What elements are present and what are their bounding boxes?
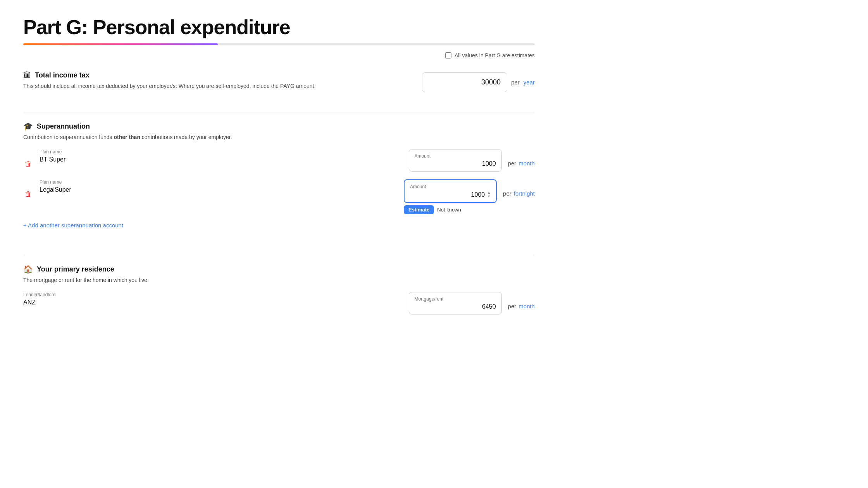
primary-residence-title: Your primary residence (37, 265, 114, 273)
tag-not-known[interactable]: Not known (437, 207, 461, 213)
progress-bar (23, 43, 535, 45)
tag-estimate[interactable]: Estimate (404, 205, 434, 214)
income-tax-row: 🏛 Total income tax This should include a… (23, 71, 535, 98)
super-plan-row-1: 🗑 Plan name BT Super Amount per month (23, 149, 535, 172)
amount-input-1[interactable] (457, 160, 496, 167)
amount-and-tags-group: Amount ▲ ▼ Estimate Not known (404, 179, 497, 214)
amount-group-2: Amount ▲ ▼ (404, 179, 497, 203)
income-tax-header: 🏛 Total income tax (23, 71, 414, 80)
plan-name-label-1: Plan name (40, 149, 403, 155)
amount-group-1: Amount (409, 149, 502, 172)
amount-spinner-2[interactable]: ▲ ▼ (487, 191, 491, 198)
tooltip-row-2: Estimate Not known (404, 205, 497, 214)
superannuation-title: Superannuation (37, 122, 90, 131)
per-group-2: per fortnight (503, 190, 535, 197)
income-tax-input[interactable] (422, 72, 507, 92)
estimates-label: All values in Part G are estimates (455, 52, 535, 58)
income-tax-per: per (511, 79, 520, 86)
mortgage-input[interactable] (457, 303, 496, 310)
income-tax-left: 🏛 Total income tax This should include a… (23, 71, 414, 98)
per-text-mortgage: per (508, 303, 517, 309)
per-group-mortgage: per month (508, 303, 535, 309)
estimates-row: All values in Part G are estimates (23, 52, 535, 58)
spinner-down[interactable]: ▼ (487, 195, 491, 198)
super-icon: 🎓 (23, 122, 33, 131)
super-plan-row-2: 🗑 Plan name LegalSuper Amount ▲ ▼ (23, 179, 535, 214)
amount-label-1: Amount (415, 153, 496, 159)
lender-box: Lender/landlord ANZ (23, 292, 403, 306)
plan-name-group-1: Plan name BT Super (40, 149, 403, 163)
delete-plan-1-button[interactable]: 🗑 (23, 160, 33, 168)
add-super-account-button[interactable]: + Add another superannuation account (23, 222, 123, 229)
divider-1 (23, 112, 535, 112)
lender-row: Lender/landlord ANZ Mortgage/rent per mo… (23, 292, 535, 314)
mortgage-box: Mortgage/rent (409, 292, 502, 314)
primary-residence-section: 🏠 Your primary residence The mortgage or… (23, 265, 535, 314)
income-tax-period[interactable]: year (524, 79, 535, 86)
page-title: Part G: Personal expenditure (23, 15, 535, 39)
per-text-1: per (508, 160, 517, 167)
income-tax-right: per year (422, 72, 535, 92)
estimates-checkbox[interactable] (445, 52, 451, 58)
plan-name-value-2: LegalSuper (40, 186, 398, 193)
plan-name-value-1: BT Super (40, 156, 403, 163)
lender-label: Lender/landlord (23, 292, 403, 297)
income-tax-description: This should include all income tax deduc… (23, 82, 414, 90)
plan-name-box-2: Plan name LegalSuper (40, 179, 398, 193)
mortgage-value-row (415, 303, 496, 310)
income-tax-section: 🏛 Total income tax This should include a… (23, 71, 535, 98)
per-period-1[interactable]: month (518, 160, 535, 167)
delete-plan-2-button[interactable]: 🗑 (23, 190, 33, 198)
amount-input-2[interactable] (446, 191, 485, 198)
per-period-mortgage[interactable]: month (518, 303, 535, 309)
lender-value[interactable]: ANZ (23, 299, 403, 306)
progress-bar-fill (23, 43, 218, 45)
plan-name-box-1: Plan name BT Super (40, 149, 403, 163)
superannuation-header: 🎓 Superannuation (23, 122, 535, 131)
amount-box-2: Amount ▲ ▼ (404, 179, 497, 203)
per-text-2: per (503, 190, 512, 197)
plan-name-group-2: Plan name LegalSuper (40, 179, 398, 193)
amount-box-1: Amount (409, 149, 502, 172)
superannuation-description: Contribution to superannuation funds oth… (23, 133, 535, 141)
primary-residence-description: The mortgage or rent for the home in whi… (23, 276, 535, 284)
income-tax-title: Total income tax (35, 71, 90, 79)
mortgage-label: Mortgage/rent (415, 296, 496, 302)
amount-value-row-1 (415, 160, 496, 167)
bank-icon: 🏛 (23, 71, 31, 80)
spinner-up[interactable]: ▲ (487, 191, 491, 194)
plan-name-label-2: Plan name (40, 179, 398, 185)
home-icon: 🏠 (23, 265, 33, 274)
divider-2 (23, 255, 535, 255)
per-group-1: per month (508, 160, 535, 167)
superannuation-section: 🎓 Superannuation Contribution to superan… (23, 122, 535, 241)
per-period-2[interactable]: fortnight (514, 190, 535, 197)
amount-label-2: Amount (410, 184, 491, 189)
lender-group: Lender/landlord ANZ (23, 292, 403, 306)
amount-value-row-2: ▲ ▼ (410, 191, 491, 198)
mortgage-group: Mortgage/rent (409, 292, 502, 314)
primary-residence-header: 🏠 Your primary residence (23, 265, 535, 274)
